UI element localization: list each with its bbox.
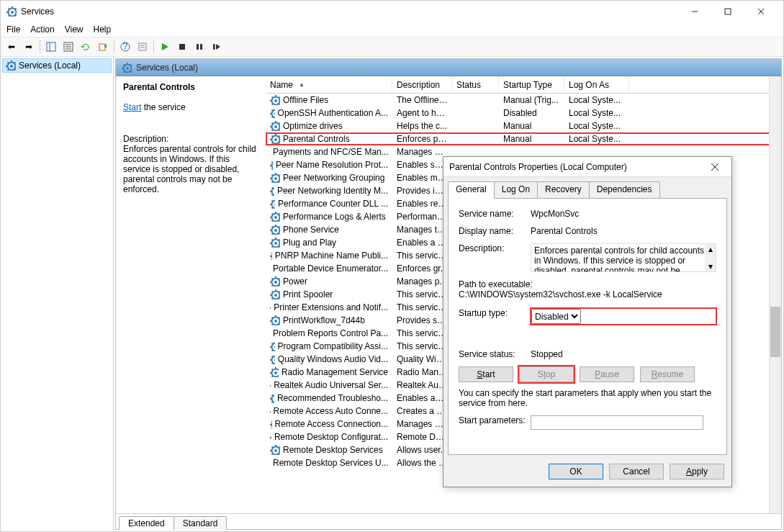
cell-name: Peer Networking Grouping <box>283 173 384 183</box>
svg-rect-30 <box>213 44 215 50</box>
console-tree[interactable]: Services (Local) <box>1 57 114 531</box>
svg-rect-27 <box>179 44 185 50</box>
forward-button[interactable]: ➡ <box>21 39 37 55</box>
main-pane-title: Services (Local) <box>136 63 198 73</box>
menu-help[interactable]: Help <box>94 24 112 35</box>
stop-service-button[interactable] <box>174 39 190 55</box>
pause-service-button[interactable] <box>192 39 207 55</box>
cell-name: Performance Logs & Alerts <box>283 212 386 222</box>
svg-rect-14 <box>47 42 55 51</box>
tree-item-services-local[interactable]: Services (Local) <box>2 58 112 73</box>
svg-marker-26 <box>162 43 168 50</box>
column-logon-as[interactable]: Log On As <box>564 76 629 93</box>
cell-name: Offline Files <box>283 95 328 105</box>
properties-dialog[interactable]: Parental Controls Properties (Local Comp… <box>443 156 732 487</box>
export-button[interactable] <box>95 39 111 55</box>
cell-name: Print Spooler <box>283 289 333 299</box>
cancel-button[interactable]: Cancel <box>609 464 664 479</box>
properties-button[interactable] <box>60 39 76 55</box>
dialog-titlebar[interactable]: Parental Controls Properties (Local Comp… <box>443 157 731 177</box>
service-row[interactable]: Optimize drivesHelps the c...ManualLocal… <box>266 120 781 132</box>
column-startup-type[interactable]: Startup Type <box>499 76 564 93</box>
cell-name: Recommended Troublesho... <box>277 393 388 403</box>
cell-name: Remote Desktop Services U... <box>273 458 389 468</box>
cell-description: Enforces pa... <box>392 134 452 144</box>
restart-service-button[interactable] <box>209 39 225 55</box>
tab-standard[interactable]: Standard <box>174 516 227 530</box>
close-button[interactable] <box>744 1 778 22</box>
cell-name: Optimize drives <box>283 121 343 131</box>
back-button[interactable]: ⬅ <box>4 39 19 55</box>
service-row[interactable]: OpenSSH Authentication A...Agent to ho..… <box>266 107 781 120</box>
cell-logon: Local Syste... <box>564 121 629 131</box>
start-parameters-input[interactable] <box>531 415 703 430</box>
gear-icon <box>270 121 280 131</box>
gear-icon <box>270 289 280 299</box>
dialog-tabstrip: General Log On Recovery Dependencies <box>443 181 731 199</box>
sort-asc-icon: ▲ <box>299 81 305 88</box>
svg-rect-23 <box>139 43 146 50</box>
titlebar[interactable]: Services <box>1 1 783 22</box>
cell-name: PrintWorkflow_7d44b <box>283 315 365 325</box>
column-name[interactable]: Name▲ <box>266 76 392 93</box>
tab-log-on[interactable]: Log On <box>494 181 538 199</box>
refresh-button[interactable] <box>78 39 94 55</box>
description-scrollbar[interactable]: ▴▾ <box>705 244 716 271</box>
tab-recovery[interactable]: Recovery <box>537 181 590 199</box>
resume-button[interactable]: Resume <box>640 366 695 382</box>
tab-general[interactable]: General <box>448 181 495 199</box>
pause-button[interactable]: Pause <box>580 366 634 382</box>
service-row[interactable]: Offline FilesThe Offline ...Manual (Trig… <box>266 94 781 107</box>
help-button[interactable]: ? <box>117 39 133 55</box>
start-service-link[interactable]: Start <box>123 102 141 112</box>
bottom-tabstrip: Extended Standard <box>116 513 781 529</box>
cell-name: Plug and Play <box>283 238 336 248</box>
gear-icon <box>270 95 280 105</box>
label-startup-type: Startup type: <box>459 308 531 325</box>
menu-action[interactable]: Action <box>30 24 54 35</box>
gear-icon <box>270 432 271 442</box>
cell-name: Payments and NFC/SE Man... <box>273 147 389 157</box>
cell-logon: Local Syste... <box>564 95 629 105</box>
column-status[interactable]: Status <box>452 76 499 93</box>
props-sheet-button[interactable] <box>135 39 150 55</box>
dialog-close-button[interactable] <box>704 160 726 174</box>
menu-view[interactable]: View <box>65 24 84 35</box>
scroll-up-icon[interactable]: ▴ <box>708 244 713 254</box>
description-box[interactable]: Enforces parental controls for child acc… <box>531 243 716 272</box>
gear-icon <box>270 160 273 170</box>
detail-pane: Parental Controls Start the service Desc… <box>116 76 266 513</box>
start-service-button[interactable] <box>157 39 173 55</box>
cell-name: Quality Windows Audio Vid... <box>278 354 388 364</box>
gear-icon <box>270 225 280 235</box>
ok-button[interactable]: OK <box>549 464 603 479</box>
tab-extended[interactable]: Extended <box>119 516 174 530</box>
start-button[interactable]: Start <box>459 366 513 382</box>
gear-icon <box>270 199 275 209</box>
cell-name: Realtek Audio Universal Ser... <box>274 380 388 390</box>
tab-dependencies[interactable]: Dependencies <box>589 181 660 199</box>
stop-button[interactable]: Stop <box>519 366 574 382</box>
toolbar: ⬅ ➡ ? <box>1 37 783 57</box>
cell-name: Power <box>283 276 307 287</box>
gear-icon <box>270 367 279 377</box>
vertical-scrollbar[interactable] <box>769 76 781 513</box>
label-description: Description: <box>459 243 531 272</box>
gear-icon <box>270 186 274 196</box>
column-description[interactable]: Description <box>392 76 452 93</box>
gear-icon <box>270 380 271 390</box>
menu-file[interactable]: File <box>6 24 20 35</box>
value-description: Enforces parental controls for child acc… <box>534 245 704 272</box>
services-window: Services File Action View Help ⬅ ➡ ? <box>0 0 784 532</box>
apply-button[interactable]: Apply <box>670 464 724 479</box>
description-label: Description: <box>123 134 258 144</box>
cell-name: Peer Networking Identity M... <box>277 186 388 196</box>
scroll-down-icon[interactable]: ▾ <box>708 261 713 271</box>
scrollbar-thumb[interactable] <box>770 307 780 357</box>
startup-type-select[interactable]: Disabled <box>531 309 581 324</box>
minimize-button[interactable] <box>678 1 711 22</box>
show-hide-tree-button[interactable] <box>43 39 59 55</box>
gear-icon <box>270 134 280 144</box>
service-row[interactable]: Parental ControlsEnforces pa...ManualLoc… <box>266 132 781 145</box>
maximize-button[interactable] <box>711 1 744 22</box>
